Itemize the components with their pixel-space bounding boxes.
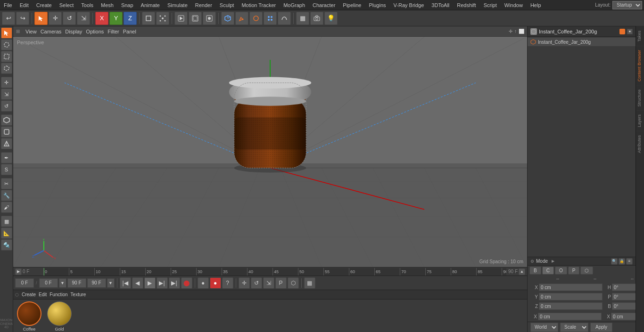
vtab-layers[interactable]: Layers <box>636 110 644 131</box>
mat-menu-create[interactable]: Create <box>22 292 36 297</box>
mat-menu-texture[interactable]: Texture <box>71 292 86 297</box>
param-btn[interactable]: P <box>275 277 287 289</box>
timeline-ruler-track[interactable]: 0 5 10 15 20 25 30 35 40 45 50 55 60 65 … <box>43 268 506 275</box>
attr-tab-dots[interactable]: ⬡ <box>580 267 593 275</box>
vp-menu-display[interactable]: Display <box>65 29 82 34</box>
camera-button[interactable] <box>310 12 323 25</box>
move-tool-button[interactable]: ✛ <box>49 12 62 25</box>
menu-mesh[interactable]: Mesh <box>97 1 117 9</box>
symmetry-tool[interactable] <box>1 138 12 149</box>
current-frame-input[interactable] <box>15 278 34 288</box>
attr-search-btn[interactable]: 🔍 <box>611 258 618 265</box>
smooth-tool[interactable]: S <box>1 164 12 175</box>
obj-item-jar[interactable]: Instant_Coffee_Jar_200g <box>528 38 636 46</box>
go-end-button[interactable]: ▶| <box>169 277 180 289</box>
vp-menu-view[interactable]: View <box>25 29 37 34</box>
vtab-attributes[interactable]: Attributes <box>636 131 644 157</box>
end-frame-dropdown-btn[interactable]: ▼ <box>107 278 115 288</box>
frame-dropdown-btn[interactable]: ▼ <box>59 278 66 288</box>
vp-menu-cameras[interactable]: Cameras <box>41 29 62 34</box>
menu-plugins[interactable]: Plugins <box>365 1 389 9</box>
material-item-gold[interactable]: Gold <box>45 301 74 332</box>
menu-vray[interactable]: V-Ray Bridge <box>390 1 428 9</box>
motion-path-btn[interactable]: ? <box>222 277 233 289</box>
z-pos-input[interactable] <box>539 302 603 310</box>
rotate-tool-button[interactable]: ↺ <box>63 12 76 25</box>
snap-tool[interactable]: 🔩 <box>1 239 12 251</box>
live-select-tool[interactable] <box>1 39 12 50</box>
apply-button[interactable]: Apply <box>590 323 612 332</box>
vp-icon-up[interactable]: ↑ <box>514 29 517 34</box>
measure-tool[interactable]: 📐 <box>1 227 12 239</box>
attr-options-btn[interactable]: ≡ <box>626 258 633 265</box>
x-size-input[interactable] <box>538 313 602 320</box>
timeline-ruler[interactable]: ▶ 0 F 0 5 10 15 20 25 30 35 40 45 50 55 … <box>13 267 527 275</box>
scale-tool[interactable]: ⇲ <box>1 89 12 100</box>
attr-lock-btn[interactable]: 🔒 <box>619 258 625 265</box>
timeline-expand-button[interactable]: ▲ <box>519 268 525 275</box>
menu-3dtoall[interactable]: 3DToAll <box>428 1 453 9</box>
point-mode-button[interactable] <box>156 12 169 25</box>
undo-button[interactable]: ↩ <box>2 12 15 25</box>
x-pos-input[interactable] <box>539 283 603 291</box>
menu-snap[interactable]: Snap <box>117 1 137 9</box>
menu-render[interactable]: Render <box>191 1 216 9</box>
menu-edit[interactable]: Edit <box>16 1 33 9</box>
vp-icon-maximize[interactable]: ⬜ <box>519 29 524 34</box>
grid-button[interactable]: ▦ <box>296 12 309 25</box>
scale-dropdown[interactable]: Scale Move Rotate <box>560 323 588 332</box>
vp-menu-options[interactable]: Options <box>86 29 104 34</box>
redo-button[interactable]: ↪ <box>16 12 29 25</box>
translate-btn[interactable]: ✛ <box>239 277 250 289</box>
scheme-btn[interactable]: ▦ <box>304 277 315 289</box>
scale-btn[interactable]: ⇲ <box>263 277 274 289</box>
object-visible-btn[interactable]: ● <box>627 29 633 34</box>
vp-icon-move[interactable]: ✛ <box>509 29 512 34</box>
play-forward-button[interactable]: ▶ <box>144 277 156 289</box>
spline-tool-button[interactable] <box>249 12 263 25</box>
go-start-button[interactable]: |◀ <box>120 277 131 289</box>
object-mode-button[interactable] <box>142 12 155 25</box>
menu-file[interactable]: File <box>0 1 16 9</box>
attr-tab-phong[interactable]: P <box>568 267 580 275</box>
magnet-tool[interactable]: 🔧 <box>1 190 12 201</box>
pla-btn[interactable]: ⬡ <box>288 277 299 289</box>
menu-window[interactable]: Window <box>501 1 527 9</box>
menu-redshift[interactable]: Redshift <box>453 1 479 9</box>
light-button[interactable]: 💡 <box>324 12 338 25</box>
menu-create[interactable]: Create <box>33 1 56 9</box>
menu-sculpt[interactable]: Sculpt <box>216 1 238 9</box>
render-view-button[interactable] <box>203 12 216 25</box>
spline-pen-tool[interactable]: ✒ <box>1 152 12 163</box>
menu-script[interactable]: Script <box>480 1 501 9</box>
menu-character[interactable]: Character <box>309 1 339 9</box>
viewport-3d[interactable]: Perspective Grid Spacing : 10 cm X Y Z <box>13 37 527 267</box>
record-button[interactable]: ⬤ <box>181 277 192 289</box>
nurbs-tool[interactable] <box>1 126 12 138</box>
array-tool-button[interactable] <box>264 12 277 25</box>
vtab-structure[interactable]: Structure <box>636 85 644 111</box>
object-color-swatch[interactable] <box>619 29 625 34</box>
pen-tool-button[interactable] <box>235 12 248 25</box>
move-tool[interactable]: ✛ <box>1 77 12 88</box>
menu-pipeline[interactable]: Pipeline <box>339 1 365 9</box>
menu-animate[interactable]: Animate <box>137 1 164 9</box>
y-axis-button[interactable]: Y <box>109 12 123 25</box>
menu-motiontracker[interactable]: Motion Tracker <box>238 1 280 9</box>
menu-simulate[interactable]: Simulate <box>164 1 191 9</box>
mat-menu-edit[interactable]: Edit <box>39 292 47 297</box>
material-item-coffee[interactable]: Coffee <box>15 301 43 332</box>
prev-frame-button[interactable]: ◀ <box>132 277 143 289</box>
end-frame-input[interactable] <box>67 278 86 288</box>
menu-tools[interactable]: Tools <box>77 1 97 9</box>
3d-box-button[interactable] <box>221 12 234 25</box>
vp-menu-panel[interactable]: Panel <box>123 29 136 34</box>
x-axis-button[interactable]: X <box>95 12 108 25</box>
mat-menu-function[interactable]: Function <box>50 292 67 297</box>
vtab-takes[interactable]: Takes <box>636 26 644 46</box>
object-tool[interactable] <box>1 114 12 126</box>
render-region-button[interactable] <box>189 12 202 25</box>
rect-select-tool[interactable] <box>1 51 12 62</box>
z-axis-button[interactable]: Z <box>124 12 137 25</box>
world-dropdown[interactable]: World Object Local <box>530 323 558 332</box>
